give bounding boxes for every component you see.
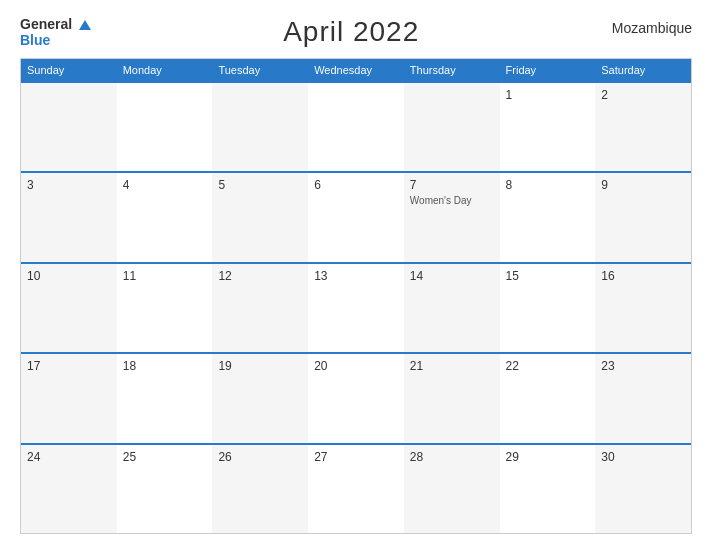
calendar-cell: 22	[500, 354, 596, 442]
calendar-body: 1234567Women's Day8910111213141516171819…	[21, 81, 691, 533]
logo-triangle-icon	[79, 20, 91, 30]
calendar-header-sunday: Sunday	[21, 59, 117, 81]
calendar-header-thursday: Thursday	[404, 59, 500, 81]
calendar-cell: 15	[500, 264, 596, 352]
calendar-header-tuesday: Tuesday	[212, 59, 308, 81]
calendar-title: April 2022	[283, 16, 419, 48]
calendar-header-monday: Monday	[117, 59, 213, 81]
calendar-cell: 16	[595, 264, 691, 352]
cell-day-number: 12	[218, 269, 302, 283]
cell-day-number: 10	[27, 269, 111, 283]
calendar-cell: 20	[308, 354, 404, 442]
calendar-week-5: 24252627282930	[21, 443, 691, 533]
logo-blue: Blue	[20, 32, 50, 48]
cell-day-number: 11	[123, 269, 207, 283]
calendar-week-2: 34567Women's Day89	[21, 171, 691, 261]
cell-day-number: 17	[27, 359, 111, 373]
calendar-header-wednesday: Wednesday	[308, 59, 404, 81]
calendar-cell: 9	[595, 173, 691, 261]
cell-day-number: 20	[314, 359, 398, 373]
calendar-cell: 30	[595, 445, 691, 533]
logo-line2: Blue	[20, 32, 91, 48]
calendar-cell: 14	[404, 264, 500, 352]
cell-day-number: 8	[506, 178, 590, 192]
calendar-cell: 5	[212, 173, 308, 261]
cell-day-number: 19	[218, 359, 302, 373]
calendar-cell: 24	[21, 445, 117, 533]
cell-day-number: 5	[218, 178, 302, 192]
calendar-cell: 25	[117, 445, 213, 533]
calendar-cell: 6	[308, 173, 404, 261]
calendar-cell: 26	[212, 445, 308, 533]
calendar-cell: 29	[500, 445, 596, 533]
calendar-cell: 2	[595, 83, 691, 171]
calendar-cell: 13	[308, 264, 404, 352]
country-label: Mozambique	[612, 20, 692, 36]
calendar-cell: 21	[404, 354, 500, 442]
calendar-header-row: SundayMondayTuesdayWednesdayThursdayFrid…	[21, 59, 691, 81]
cell-day-number: 3	[27, 178, 111, 192]
calendar-cell: 17	[21, 354, 117, 442]
cell-day-number: 6	[314, 178, 398, 192]
calendar-cell: 18	[117, 354, 213, 442]
calendar-week-1: 12	[21, 81, 691, 171]
logo-line1: General	[20, 16, 91, 32]
cell-day-number: 4	[123, 178, 207, 192]
cell-day-number: 13	[314, 269, 398, 283]
calendar-cell	[212, 83, 308, 171]
cell-day-number: 27	[314, 450, 398, 464]
header: General Blue April 2022 Mozambique	[20, 16, 692, 48]
calendar-cell	[21, 83, 117, 171]
calendar-cell: 10	[21, 264, 117, 352]
calendar-week-4: 17181920212223	[21, 352, 691, 442]
calendar-cell: 4	[117, 173, 213, 261]
cell-day-number: 28	[410, 450, 494, 464]
logo-general: General	[20, 16, 72, 32]
cell-day-number: 22	[506, 359, 590, 373]
logo: General Blue	[20, 16, 91, 48]
cell-day-number: 16	[601, 269, 685, 283]
cell-day-number: 21	[410, 359, 494, 373]
cell-day-number: 23	[601, 359, 685, 373]
calendar: SundayMondayTuesdayWednesdayThursdayFrid…	[20, 58, 692, 534]
calendar-cell: 19	[212, 354, 308, 442]
page: General Blue April 2022 Mozambique Sunda…	[0, 0, 712, 550]
calendar-cell: 11	[117, 264, 213, 352]
cell-day-number: 15	[506, 269, 590, 283]
cell-day-number: 25	[123, 450, 207, 464]
cell-day-number: 30	[601, 450, 685, 464]
calendar-cell: 8	[500, 173, 596, 261]
calendar-header-friday: Friday	[500, 59, 596, 81]
calendar-cell	[308, 83, 404, 171]
cell-day-number: 18	[123, 359, 207, 373]
calendar-cell: 7Women's Day	[404, 173, 500, 261]
cell-day-number: 7	[410, 178, 494, 192]
calendar-cell	[404, 83, 500, 171]
calendar-cell: 1	[500, 83, 596, 171]
cell-day-number: 14	[410, 269, 494, 283]
calendar-cell: 3	[21, 173, 117, 261]
cell-day-number: 9	[601, 178, 685, 192]
cell-day-number: 29	[506, 450, 590, 464]
cell-day-number: 24	[27, 450, 111, 464]
cell-day-number: 26	[218, 450, 302, 464]
calendar-week-3: 10111213141516	[21, 262, 691, 352]
calendar-header-saturday: Saturday	[595, 59, 691, 81]
calendar-cell: 23	[595, 354, 691, 442]
calendar-cell	[117, 83, 213, 171]
calendar-cell: 28	[404, 445, 500, 533]
cell-event-label: Women's Day	[410, 195, 494, 206]
cell-day-number: 2	[601, 88, 685, 102]
calendar-cell: 27	[308, 445, 404, 533]
cell-day-number: 1	[506, 88, 590, 102]
calendar-cell: 12	[212, 264, 308, 352]
